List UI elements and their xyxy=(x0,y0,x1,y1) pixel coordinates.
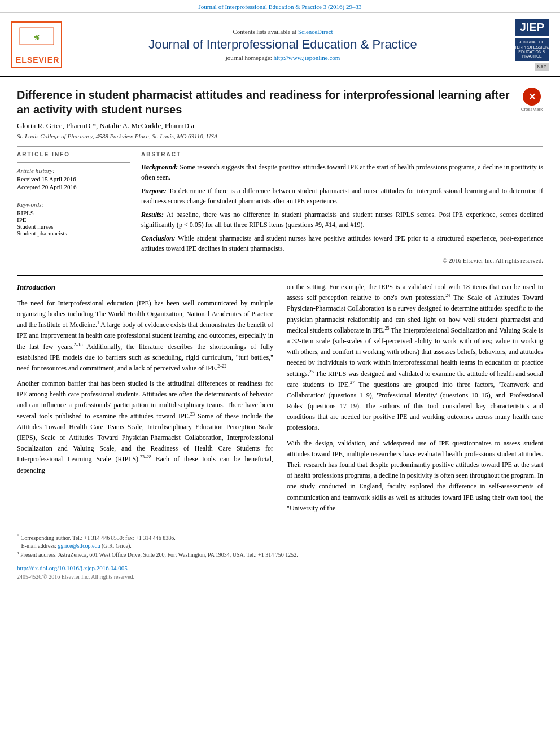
purpose-label: Purpose: xyxy=(141,187,167,195)
footnote-section: * Corresponding author. Tel.: +1 314 446… xyxy=(17,530,543,558)
footnote-email: E-mail address: ggrice@stlcop.edu (G.R. … xyxy=(17,543,543,549)
journal-reference-bar: Journal of Interprofessional Education &… xyxy=(0,0,560,13)
footnote-present-address: a Present address: AstraZeneca, 601 West… xyxy=(17,551,543,558)
crossmark-icon: ✕ xyxy=(523,88,541,106)
right-paragraph-2: With the design, validation, and widespr… xyxy=(287,438,543,514)
nap-badge: NAP xyxy=(535,63,549,71)
journal-title-block: Contents lists available at ScienceDirec… xyxy=(68,28,498,61)
right-paragraph-1: on the setting. For example, the IEPS is… xyxy=(287,282,543,434)
journal-homepage-line: journal homepage: http://www.jieponline.… xyxy=(68,54,498,61)
contents-available-line: Contents lists available at ScienceDirec… xyxy=(68,28,498,35)
body-left-column: Introduction The need for Interprofessio… xyxy=(17,282,273,518)
abstract-results: Results: At baseline, there was no diffe… xyxy=(141,209,543,230)
conclusion-label: Conclusion: xyxy=(141,234,176,242)
info-divider-1 xyxy=(17,162,130,163)
jiep-logo-block: JIEP JOURNAL OFINTERPROFESSIONALEDUCATIO… xyxy=(504,19,549,71)
abstract-conclusion: Conclusion: While student pharmacists an… xyxy=(141,233,543,254)
background-label: Background: xyxy=(141,163,178,171)
readiness-text: Readiness xyxy=(151,444,178,452)
jiep-badge: JIEP xyxy=(515,19,549,36)
elsevier-wordmark: ELSEVIER xyxy=(16,55,58,64)
body-section: Introduction The need for Interprofessio… xyxy=(0,282,560,530)
body-two-column: Introduction The need for Interprofessio… xyxy=(17,282,543,518)
health-text: Health xyxy=(69,423,87,431)
email-link[interactable]: ggrice@stlcop.edu xyxy=(58,543,100,549)
intro-paragraph-2: Another common barrier that has been stu… xyxy=(17,378,273,476)
article-history-label: Article history: xyxy=(17,167,130,174)
abstract-section: ABSTRACT Background: Some research sugge… xyxy=(141,151,543,264)
elsevier-logo: 🌿 ELSEVIER xyxy=(11,21,62,68)
keywords-section: Keywords: RIPLS IPE Student nurses Stude… xyxy=(17,201,130,237)
article-content: Difference in student pharmacist attitud… xyxy=(0,77,560,269)
journal-main-title: Journal of Interprofessional Education &… xyxy=(68,37,498,52)
crossmark-label: CrossMark xyxy=(521,107,543,112)
jiep-small-logo: JOURNAL OFINTERPROFESSIONALEDUCATION &PR… xyxy=(515,38,549,61)
abstract-heading: ABSTRACT xyxy=(141,151,543,158)
received-date: Received 15 April 2016 xyxy=(17,176,130,182)
article-info-heading: ARTICLE INFO xyxy=(17,151,130,158)
journal-header: 🌿 ELSEVIER Contents lists available at S… xyxy=(0,13,560,77)
keyword-student-nurses: Student nurses xyxy=(17,223,130,230)
intro-paragraph-1: The need for Interprofessional education… xyxy=(17,298,273,374)
copyright-notice: © 2016 Elsevier Inc. All rights reserved… xyxy=(141,257,543,264)
article-info-abstract: ARTICLE INFO Article history: Received 1… xyxy=(17,151,543,264)
article-info-column: ARTICLE INFO Article history: Received 1… xyxy=(17,151,130,264)
abstract-purpose: Purpose: To determine if there is a diff… xyxy=(141,186,543,206)
doi-section: http://dx.doi.org/10.1016/j.xjep.2016.04… xyxy=(0,560,560,581)
divider-1 xyxy=(17,146,543,147)
footnote-corresponding: * Corresponding author. Tel.: +1 314 446… xyxy=(17,534,543,541)
abstract-background: Background: Some research suggests that … xyxy=(141,162,543,182)
journal-homepage-link[interactable]: http://www.jieponline.com xyxy=(274,54,340,61)
doi-link[interactable]: http://dx.doi.org/10.1016/j.xjep.2016.04… xyxy=(17,565,128,571)
journal-reference-text: Journal of Interprofessional Education &… xyxy=(199,3,362,10)
info-divider-2 xyxy=(17,195,130,195)
keywords-label: Keywords: xyxy=(17,201,130,208)
section-divider xyxy=(17,275,543,276)
elsevier-figure-icon: 🌿 xyxy=(17,25,56,53)
article-title: Difference in student pharmacist attitud… xyxy=(17,88,515,117)
results-label: Results: xyxy=(141,211,164,219)
svg-text:🌿: 🌿 xyxy=(34,34,40,40)
sciencedirect-link[interactable]: ScienceDirect xyxy=(298,28,333,35)
affiliation-line: St. Louis College of Pharmacy, 4588 Park… xyxy=(17,133,543,139)
accepted-date: Accepted 20 April 2016 xyxy=(17,184,130,190)
keyword-ripls: RIPLS xyxy=(17,209,130,216)
keyword-student-pharmacists: Student pharmacists xyxy=(17,230,130,237)
article-title-section: Difference in student pharmacist attitud… xyxy=(17,88,543,117)
body-right-column: on the setting. For example, the IEPS is… xyxy=(287,282,543,518)
issn-line: 2405-4526/© 2016 Elsevier Inc. All right… xyxy=(17,574,543,580)
crossmark-block: ✕ CrossMark xyxy=(520,88,543,112)
keyword-ipe: IPE xyxy=(17,216,130,223)
introduction-heading: Introduction xyxy=(17,282,273,294)
authors-line: Gloria R. Grice, PharmD *, Natalie A. Mc… xyxy=(17,121,543,130)
